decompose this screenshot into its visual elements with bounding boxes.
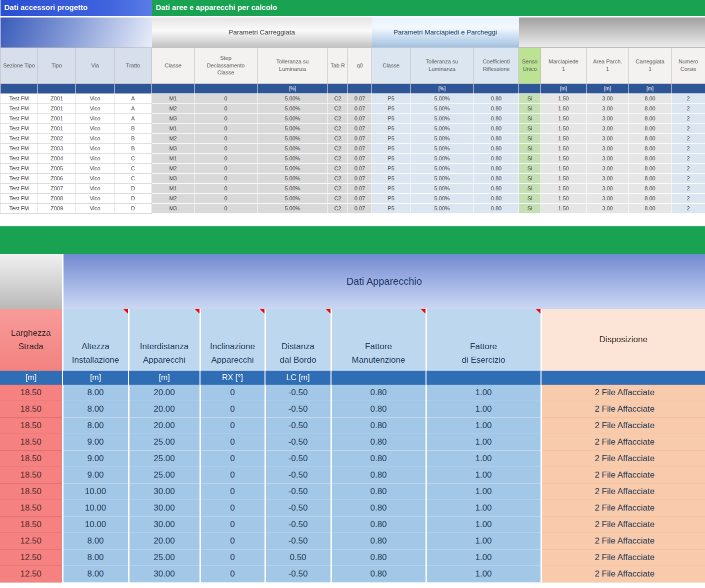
top-cell[interactable]: 3.00: [586, 113, 629, 123]
col-header-interdistanza-apparecchi[interactable]: Interdistanza Apparecchi: [128, 309, 200, 371]
bottom-cell[interactable]: 20.00: [128, 533, 200, 550]
top-cell[interactable]: 2: [672, 183, 705, 193]
top-cell[interactable]: P5: [372, 173, 410, 183]
bottom-cell[interactable]: 8.00: [62, 550, 128, 566]
col-header-inclinazione-apparecchi[interactable]: Inclinazione Apparecchi: [200, 309, 265, 371]
top-cell[interactable]: 3.00: [586, 123, 629, 133]
top-cell[interactable]: Si: [519, 183, 541, 193]
bottom-cell[interactable]: 8.00: [62, 533, 128, 550]
bottom-cell[interactable]: -0.50: [265, 484, 331, 500]
top-cell[interactable]: Test FM: [0, 93, 38, 103]
bottom-cell[interactable]: 0.80: [331, 550, 426, 566]
top-cell[interactable]: 1.50: [541, 103, 586, 113]
top-cell[interactable]: P5: [372, 183, 410, 193]
top-cell[interactable]: 5.00%: [410, 163, 474, 173]
top-cell[interactable]: Z009: [38, 203, 76, 213]
top-cell[interactable]: 8.00: [629, 133, 672, 143]
bottom-cell[interactable]: 18.50: [0, 517, 62, 533]
bottom-cell[interactable]: 9.00: [62, 451, 128, 467]
bottom-cell[interactable]: 20.00: [128, 385, 200, 401]
top-cell[interactable]: M1: [152, 93, 194, 103]
bottom-cell[interactable]: -0.50: [265, 434, 331, 451]
top-cell[interactable]: 0: [194, 183, 258, 193]
top-cell[interactable]: 2: [672, 93, 705, 103]
top-cell[interactable]: C2: [328, 203, 348, 213]
top-cell[interactable]: Vico: [76, 133, 114, 143]
bottom-cell[interactable]: 1.00: [426, 550, 541, 566]
top-cell[interactable]: 0.80: [474, 143, 519, 153]
top-cell[interactable]: 0.80: [474, 173, 519, 183]
top-cell[interactable]: 3.00: [586, 133, 629, 143]
bottom-cell[interactable]: 30.00: [128, 484, 200, 500]
bottom-cell[interactable]: 20.00: [128, 401, 200, 418]
bottom-cell[interactable]: 0.50: [265, 550, 331, 566]
top-cell[interactable]: 1.50: [541, 133, 586, 143]
top-cell[interactable]: 3.00: [586, 103, 629, 113]
top-cell[interactable]: B: [114, 143, 152, 153]
bottom-cell[interactable]: 0: [200, 467, 265, 484]
bottom-cell[interactable]: 25.00: [128, 467, 200, 484]
top-cell[interactable]: Vico: [76, 123, 114, 133]
bottom-cell[interactable]: 2 File Affacciate: [541, 517, 705, 533]
bottom-cell[interactable]: 12.50: [0, 566, 62, 583]
top-cell[interactable]: C2: [328, 153, 348, 163]
top-cell[interactable]: Si: [519, 133, 541, 143]
top-cell[interactable]: Test FM: [0, 143, 38, 153]
bottom-cell[interactable]: 12.50: [0, 550, 62, 566]
top-cell[interactable]: P5: [372, 193, 410, 203]
unit-cell[interactable]: [519, 83, 541, 93]
top-cell[interactable]: 3.00: [586, 153, 629, 163]
bottom-cell[interactable]: 0: [200, 434, 265, 451]
top-cell[interactable]: M3: [152, 113, 194, 123]
top-cell[interactable]: 5.00%: [410, 103, 474, 113]
bottom-cell[interactable]: 0.80: [331, 467, 426, 484]
bottom-cell[interactable]: 9.00: [62, 467, 128, 484]
col-header-fattore-di-esercizio[interactable]: Fattore di Esercizio: [426, 309, 541, 371]
top-cell[interactable]: 1.50: [541, 203, 586, 213]
bottom-cell[interactable]: 0.80: [331, 533, 426, 550]
top-cell[interactable]: 1.50: [541, 193, 586, 203]
bottom-cell[interactable]: 18.50: [0, 385, 62, 401]
top-cell[interactable]: 3.00: [586, 163, 629, 173]
top-cell[interactable]: 5.00%: [410, 113, 474, 123]
bottom-cell[interactable]: 0.80: [331, 418, 426, 434]
top-cell[interactable]: Z006: [38, 173, 76, 183]
col-header-larghezza-strada[interactable]: Larghezza Strada: [0, 309, 62, 371]
bottom-cell[interactable]: 0.80: [331, 434, 426, 451]
top-cell[interactable]: C2: [328, 133, 348, 143]
col-header-coefficienti-riflessione[interactable]: Coefficienti Riflessione: [474, 47, 519, 83]
top-cell[interactable]: 3.00: [586, 203, 629, 213]
bottom-cell[interactable]: 8.00: [62, 385, 128, 401]
top-cell[interactable]: Z001: [38, 103, 76, 113]
top-cell[interactable]: Si: [519, 193, 541, 203]
bottom-cell[interactable]: 1.00: [426, 467, 541, 484]
top-cell[interactable]: Vico: [76, 163, 114, 173]
bottom-cell[interactable]: 0.80: [331, 451, 426, 467]
top-cell[interactable]: 8.00: [629, 183, 672, 193]
bottom-cell[interactable]: 0: [200, 385, 265, 401]
top-cell[interactable]: 0: [194, 133, 258, 143]
top-cell[interactable]: M2: [152, 103, 194, 113]
top-cell[interactable]: C2: [328, 163, 348, 173]
top-cell[interactable]: 1.50: [541, 143, 586, 153]
top-cell[interactable]: 0.07: [348, 153, 372, 163]
top-cell[interactable]: M1: [152, 183, 194, 193]
top-cell[interactable]: Si: [519, 173, 541, 183]
bottom-cell[interactable]: 2 File Affacciate: [541, 566, 705, 583]
top-cell[interactable]: 5.00%: [410, 193, 474, 203]
top-cell[interactable]: 0: [194, 143, 258, 153]
top-cell[interactable]: 0.07: [348, 173, 372, 183]
top-cell[interactable]: 0: [194, 153, 258, 163]
bottom-cell[interactable]: 2 File Affacciate: [541, 418, 705, 434]
top-cell[interactable]: Vico: [76, 113, 114, 123]
bottom-cell[interactable]: 0.80: [331, 500, 426, 517]
unit-cell[interactable]: [328, 83, 348, 93]
top-cell[interactable]: M3: [152, 143, 194, 153]
top-cell[interactable]: Z001: [38, 123, 76, 133]
top-cell[interactable]: 5.00%: [258, 143, 328, 153]
top-cell[interactable]: 5.00%: [258, 163, 328, 173]
top-cell[interactable]: 0: [194, 113, 258, 123]
top-cell[interactable]: Vico: [76, 193, 114, 203]
bottom-cell[interactable]: 1.00: [426, 401, 541, 418]
top-cell[interactable]: Test FM: [0, 193, 38, 203]
